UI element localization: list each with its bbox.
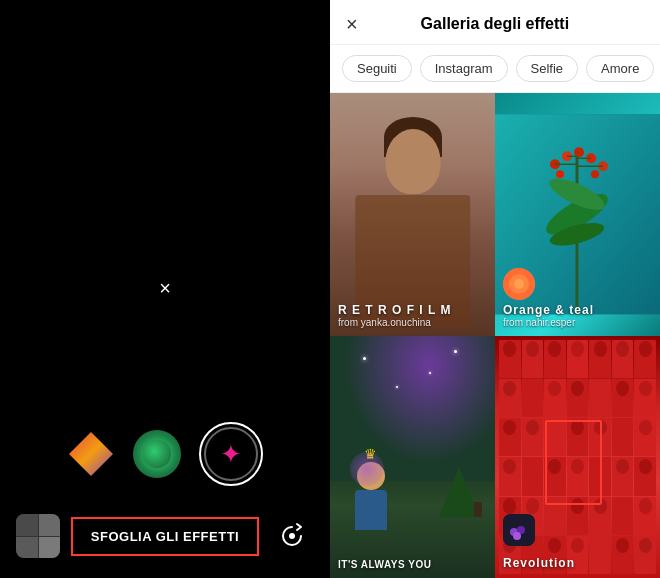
tab-selfie[interactable]: Selfie	[516, 55, 579, 82]
revolution-red-box	[545, 420, 603, 505]
camera-panel: × ✦ SFOGLIA GLI EFFETTI	[0, 0, 330, 578]
camera-bottom-bar: SFOGLIA GLI EFFETTI	[0, 514, 330, 558]
effects-gallery-panel: × Galleria degli effetti Seguiti Instagr…	[330, 0, 660, 578]
tab-seguiti[interactable]: Seguiti	[342, 55, 412, 82]
gallery-thumbnail[interactable]	[16, 514, 60, 558]
sparkle-icon: ✦	[220, 439, 242, 470]
orange-teal-author: from nahir.esper	[503, 317, 594, 328]
effect-card-always-you[interactable]: ♛ IT'S ALWAYS YOU	[330, 336, 495, 579]
svg-point-21	[514, 279, 524, 289]
add-effect-button[interactable]: ✦	[199, 422, 263, 486]
filter-tabs-row: Seguiti Instagram Selfie Amore Colore	[330, 45, 660, 93]
effects-grid: R E T R O F I L M from yanka.onuchina	[330, 93, 660, 578]
effect-card-revolution[interactable]: Revolution	[495, 336, 660, 579]
effect-icon-diamond[interactable]	[67, 430, 115, 478]
gallery-title: Galleria degli effetti	[370, 15, 620, 33]
flip-camera-button[interactable]	[270, 514, 314, 558]
effect-card-orange-teal[interactable]: Orange & teal from nahir.esper	[495, 93, 660, 336]
tab-amore[interactable]: Amore	[586, 55, 654, 82]
retrofilm-label: R E T R O F I L M from yanka.onuchina	[338, 303, 451, 328]
svg-point-12	[556, 170, 564, 178]
effect-card-retrofilm[interactable]: R E T R O F I L M from yanka.onuchina	[330, 93, 495, 336]
orange-teal-label: Orange & teal from nahir.esper	[503, 303, 594, 328]
orange-teal-badge	[503, 268, 535, 300]
revolution-name: Revolution	[503, 556, 575, 570]
orange-teal-name: Orange & teal	[503, 303, 594, 317]
retrofilm-author: from yanka.onuchina	[338, 317, 451, 328]
effects-tray: ✦	[67, 422, 263, 486]
effect-icon-green[interactable]	[133, 430, 181, 478]
revolution-badge	[503, 514, 535, 546]
gallery-close-button[interactable]: ×	[346, 14, 358, 34]
effect-close-x[interactable]: ×	[159, 277, 171, 300]
always-you-label: IT'S ALWAYS YOU	[338, 559, 431, 570]
svg-point-0	[289, 533, 295, 539]
gallery-header: × Galleria degli effetti	[330, 0, 660, 45]
tab-instagram[interactable]: Instagram	[420, 55, 508, 82]
retrofilm-name: R E T R O F I L M	[338, 303, 451, 317]
revolution-label: Revolution	[503, 556, 575, 570]
svg-point-25	[513, 532, 521, 540]
svg-point-13	[591, 170, 599, 178]
sfoglia-button[interactable]: SFOGLIA GLI EFFETTI	[71, 517, 259, 556]
always-you-name: IT'S ALWAYS YOU	[338, 559, 431, 570]
